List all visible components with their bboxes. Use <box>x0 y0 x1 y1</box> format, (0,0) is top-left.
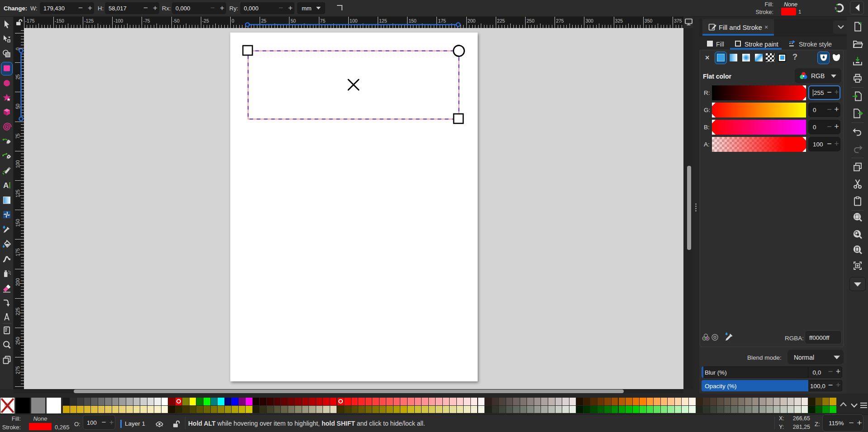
svg-text:A: A <box>3 181 9 190</box>
svg-text:s: s <box>835 6 837 10</box>
